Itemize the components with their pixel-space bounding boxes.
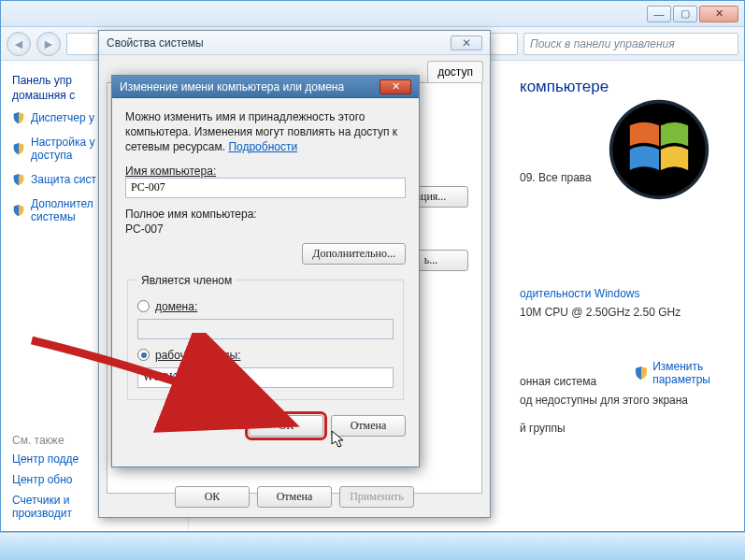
cpu-info: 10M CPU @ 2.50GHz 2.50 GHz: [520, 306, 722, 319]
shield-icon: [634, 366, 649, 381]
taskbar[interactable]: [0, 532, 745, 560]
page-title: компьютере: [520, 78, 722, 96]
perf-link[interactable]: одительности Windows: [520, 287, 722, 300]
shield-icon: [12, 142, 25, 155]
group-line: й группы: [520, 422, 722, 435]
tab-remote-access[interactable]: доступ: [427, 61, 483, 82]
more-button[interactable]: Дополнительно...: [302, 243, 406, 265]
shield-icon: [12, 111, 25, 124]
rename-computer-dialog: Изменение имени компьютера или домена ✕ …: [111, 75, 420, 467]
close-button[interactable]: ✕: [699, 6, 738, 22]
cancel-button[interactable]: Отмена: [257, 486, 332, 508]
member-of-group: Является членом домена: рабочей группы:: [127, 274, 404, 400]
dialog-title: Свойства системы: [107, 36, 204, 50]
ok-button[interactable]: ОК: [175, 486, 250, 508]
dialog-close-button[interactable]: ✕: [380, 79, 411, 94]
cancel-button[interactable]: Отмена: [331, 415, 406, 437]
computer-name-input[interactable]: [125, 178, 406, 198]
dialog-description: Можно изменить имя и принадлежность этог…: [125, 109, 406, 155]
workgroup-radio[interactable]: [137, 349, 150, 361]
maximize-button[interactable]: ▢: [673, 6, 697, 22]
details-link[interactable]: Подробности: [228, 140, 297, 153]
workgroup-input[interactable]: [137, 367, 394, 388]
search-input[interactable]: Поиск в панели управления: [523, 33, 738, 55]
member-legend: Является членом: [137, 274, 236, 287]
workgroup-radio-label: рабочей группы:: [155, 349, 240, 362]
shield-icon: [12, 204, 25, 217]
nav-forward-button[interactable]: ►: [36, 32, 61, 56]
dialog-title: Изменение имени компьютера или домена: [120, 80, 344, 93]
dialog-close-button[interactable]: ✕: [451, 36, 482, 50]
windows-logo: [608, 98, 710, 201]
full-name-label: Полное имя компьютера:: [125, 208, 406, 221]
change-settings-link[interactable]: Изменить параметры: [634, 360, 710, 386]
dialog-titlebar: Свойства системы ✕: [99, 31, 490, 55]
dialog-titlebar: Изменение имени компьютера или домена ✕: [112, 76, 419, 98]
nav-back-button[interactable]: ◄: [7, 32, 31, 56]
domain-input[interactable]: [137, 319, 394, 339]
display-line: од недоступны для этого экрана: [520, 394, 722, 407]
minimize-button[interactable]: —: [647, 6, 671, 22]
ok-button[interactable]: ОК: [249, 415, 323, 437]
domain-radio[interactable]: [137, 300, 150, 312]
search-placeholder: Поиск в панели управления: [530, 37, 675, 50]
titlebar: — ▢ ✕: [1, 1, 744, 27]
domain-radio-label: домена:: [155, 300, 197, 313]
computer-name-label: Имя компьютера:: [125, 165, 406, 178]
shield-icon: [12, 173, 25, 186]
full-name-value: PC-007: [125, 223, 406, 236]
apply-button[interactable]: Применить: [339, 486, 414, 508]
